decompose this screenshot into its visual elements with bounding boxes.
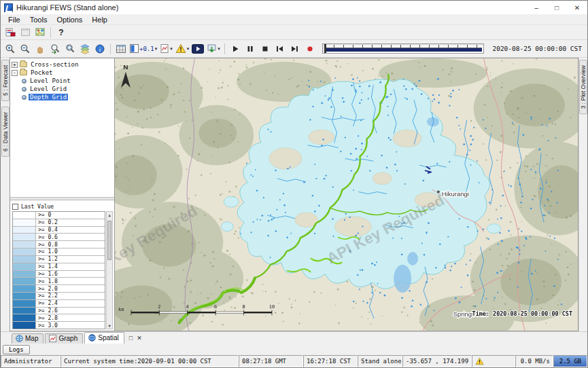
legend-color-swatch [13, 227, 36, 234]
svg-text:2: 2 [158, 304, 160, 310]
pan-button[interactable] [33, 42, 47, 56]
zoom-out-button[interactable] [18, 42, 32, 56]
layer-node-icon [22, 79, 27, 84]
timeline-slider[interactable] [322, 43, 485, 54]
legend-scrollbar[interactable]: ▲ ▼ [106, 211, 113, 329]
tab-label: Map [25, 335, 38, 342]
last-value-checkbox[interactable] [12, 204, 18, 210]
legend-color-swatch [13, 212, 36, 219]
timeline-cursor-handle[interactable] [324, 44, 326, 53]
svg-text:N: N [123, 63, 128, 71]
export-dropdown[interactable]: ▾ [206, 42, 221, 56]
legend-row: >= 1.8 [13, 278, 105, 285]
legend-row: >= 1.4 [13, 263, 105, 271]
map-time-label: Time: 2020-08-25 00:00:00 CST [472, 310, 572, 317]
tree-item-cross-section[interactable]: + Cross-section [12, 60, 113, 69]
menu-bar: File Tools Options Help [1, 14, 587, 25]
legend-threshold-label: >= 2.2 [36, 293, 105, 299]
tab-label: Spatial [98, 334, 119, 342]
legend-threshold-label: >= 2.8 [36, 314, 105, 321]
pause-button[interactable] [243, 42, 257, 56]
legend-threshold-label: >= 2.6 [36, 308, 105, 314]
legend-threshold-label: >= 1.6 [36, 271, 105, 278]
step-back-button[interactable] [273, 42, 287, 56]
classification-dropdown[interactable]: +0.1 ▾ [129, 42, 158, 56]
legend-row: >= 0.2 [13, 219, 105, 227]
status-alerts[interactable] [472, 355, 515, 367]
pan-hand-icon [35, 43, 46, 54]
animation-button[interactable] [191, 42, 205, 56]
main-toolbar: ? [1, 25, 587, 40]
maximize-button[interactable]: □ [547, 1, 567, 14]
legend-row: >= 0.8 [13, 241, 105, 249]
grid-table-button[interactable] [114, 42, 128, 56]
tab-plot-overview[interactable]: 3 : Plot Overview [579, 60, 587, 114]
grid-table-icon [116, 43, 126, 54]
tree-item-level-grid[interactable]: Level Grid [12, 85, 113, 93]
tree-item-depth-grid[interactable]: Depth Grid [12, 93, 113, 101]
classification-icon [130, 44, 139, 53]
tree-item-level-point[interactable]: Level Point [12, 77, 113, 85]
layers-button[interactable] [78, 42, 92, 56]
help-button[interactable]: ? [54, 26, 68, 39]
tab-data-viewer[interactable]: 6 : Data Viewer [1, 107, 10, 157]
zoom-previous-button[interactable] [48, 42, 62, 56]
menu-options[interactable]: Options [52, 15, 87, 24]
menu-tools[interactable]: Tools [25, 15, 52, 24]
legend-color-swatch [13, 322, 36, 329]
status-memory-usage[interactable]: 2.5 GB [553, 355, 587, 367]
chart-icon [49, 335, 56, 342]
explorer-panel-button[interactable] [18, 26, 32, 39]
tree-item-label: Pocket [29, 69, 54, 76]
tab-spatial[interactable]: Spatial [84, 332, 124, 344]
legend-color-swatch [13, 308, 36, 314]
status-user: Administrator [1, 355, 60, 367]
tab-forecast[interactable]: 5 : Forecast [1, 60, 10, 101]
spatial-sphere-icon [88, 334, 96, 342]
map-canvas[interactable]: API Key Required API Key Required Hikura… [115, 58, 578, 331]
tab-graph[interactable]: Graph [45, 333, 83, 344]
info-button[interactable]: i [93, 42, 107, 56]
legend-color-swatch [13, 263, 36, 270]
spatial-display-button[interactable] [33, 26, 47, 39]
tab-map[interactable]: Map [12, 333, 44, 344]
zoom-extent-button[interactable] [63, 42, 77, 56]
profile-dropdown[interactable]: ▾ [159, 42, 173, 56]
log-viewer-button[interactable] [3, 26, 17, 39]
play-button[interactable] [228, 42, 242, 56]
minimize-button[interactable]: – [526, 1, 547, 14]
legend-row: >= 2.4 [13, 300, 105, 308]
legend-color-swatch [13, 300, 36, 307]
map-viewport[interactable]: API Key Required API Key Required Hikura… [115, 58, 578, 331]
step-forward-button[interactable] [288, 42, 302, 56]
scroll-up-icon[interactable]: ▲ [108, 212, 111, 218]
svg-text:6: 6 [214, 304, 217, 310]
legend-color-swatch [13, 278, 36, 284]
zoom-in-button[interactable] [3, 42, 17, 56]
scroll-thumb[interactable] [107, 221, 111, 260]
zoom-out-icon [20, 43, 31, 54]
tree-item-label: Level Point [29, 77, 72, 84]
map-label-hikurangi: Hikurangi [442, 191, 469, 198]
legend-threshold-label: >= 1.0 [36, 249, 105, 255]
menu-file[interactable]: File [3, 15, 25, 24]
expand-icon[interactable]: + [12, 62, 18, 68]
folder-icon [20, 62, 27, 67]
scroll-down-icon[interactable]: ▼ [108, 323, 111, 329]
collapse-icon[interactable]: - [12, 70, 18, 76]
record-button[interactable] [303, 42, 317, 56]
logs-button[interactable]: Logs [3, 345, 30, 354]
stop-button[interactable] [258, 42, 272, 56]
close-button[interactable]: ✕ [567, 1, 587, 14]
thresholds-dropdown[interactable]: ▾ [175, 42, 190, 56]
main-area: 5 : Forecast 6 : Data Viewer + Cross-sec… [1, 58, 587, 331]
legend-threshold-label: >= 0.8 [36, 241, 105, 248]
zoom-previous-icon [50, 43, 60, 54]
chevron-down-icon: ▾ [170, 46, 173, 51]
menu-help[interactable]: Help [87, 15, 112, 24]
tree-item-pocket[interactable]: - Pocket [12, 69, 113, 77]
dock-float-button[interactable]: □ [129, 335, 133, 342]
globe-icon [16, 335, 23, 342]
toolbar-separator [110, 43, 111, 54]
dock-close-button[interactable]: ✕ [137, 335, 142, 342]
